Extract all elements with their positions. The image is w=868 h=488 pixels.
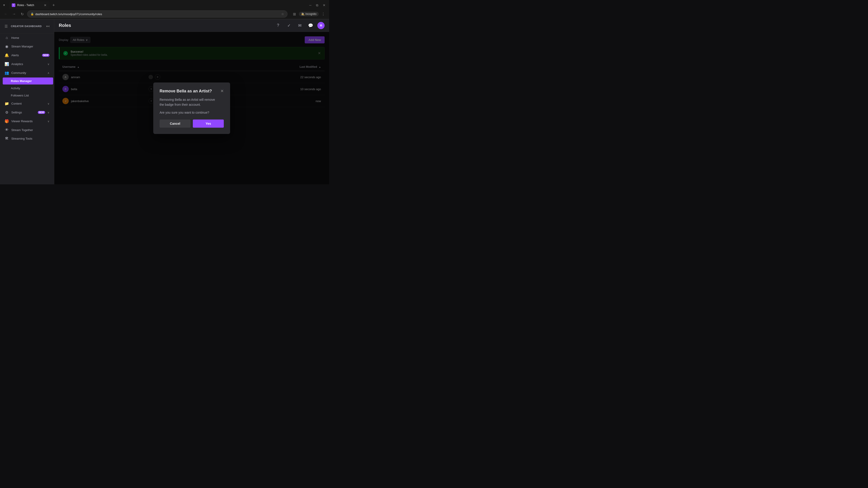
modal-overlay[interactable]: Remove Bella as an Artist? ✕ Removing Be…	[54, 32, 329, 184]
content-area: Display All Roles ∨ Add New ✓ Success! S…	[54, 32, 329, 184]
sidebar-item-stream-manager[interactable]: ◉ Stream Manager	[1, 42, 53, 51]
tab-bar: ▼ T Roles - Twitch ✕ + ─ ⧉ ✕	[0, 0, 329, 9]
browser-actions: ⊞ 🕵 Incognito ⋮	[291, 11, 327, 17]
extensions-btn[interactable]: ⊞	[291, 11, 298, 17]
checkmark-btn[interactable]: ✓	[285, 22, 293, 30]
analytics-expand-icon: ∨	[48, 63, 50, 66]
modal-actions: Cancel Yes	[160, 120, 224, 128]
analytics-icon: 📊	[4, 62, 9, 66]
modal-close-btn[interactable]: ✕	[220, 89, 224, 93]
roles-manager-label: Roles Manager	[11, 79, 32, 83]
collapse-sidebar-btn[interactable]: ↤	[45, 23, 51, 30]
help-btn[interactable]: ?	[274, 22, 282, 30]
incognito-badge: 🕵 Incognito	[299, 12, 319, 16]
sidebar-label-viewer-rewards: Viewer Rewards	[11, 120, 45, 123]
reload-btn[interactable]: ↻	[19, 11, 25, 17]
app-layout: ☰ CREATOR DASHBOARD ↤ ⌂ Home ◉ Stream Ma…	[0, 19, 329, 184]
viewer-rewards-expand-icon: ∨	[48, 120, 50, 123]
modal-body: Removing Bella as an Artist will remove …	[160, 97, 224, 115]
confirm-dialog: Remove Bella as an Artist? ✕ Removing Be…	[153, 83, 230, 134]
sidebar-item-streaming-tools[interactable]: 🛠 Streaming Tools	[1, 134, 53, 142]
sidebar-item-analytics[interactable]: 📊 Analytics ∨	[1, 60, 53, 68]
sidebar-label-analytics: Analytics	[11, 62, 45, 66]
community-expand-icon: ∧	[48, 71, 50, 74]
tab-favicon: T	[12, 3, 16, 7]
lock-icon: 🔒	[31, 12, 34, 15]
menu-btn[interactable]: ⋮	[320, 11, 327, 17]
close-btn[interactable]: ✕	[321, 2, 327, 8]
sidebar: ☰ CREATOR DASHBOARD ↤ ⌂ Home ◉ Stream Ma…	[0, 19, 54, 184]
sidebar-label-streaming-tools: Streaming Tools	[11, 137, 50, 140]
sidebar-label-stream-manager: Stream Manager	[11, 45, 50, 48]
confirm-yes-button[interactable]: Yes	[193, 120, 224, 128]
sidebar-subitem-roles-manager[interactable]: Roles Manager	[3, 77, 53, 85]
top-bar: Roles ? ✓ ✉ 💬 M	[54, 19, 329, 32]
window-controls: ─ ⧉ ✕	[307, 2, 327, 8]
alerts-badge: NEW	[42, 54, 50, 57]
incognito-label: Incognito	[305, 12, 316, 15]
url-bar[interactable]: 🔒 dashboard.twitch.tv/u/moodjoy071/commu…	[27, 10, 287, 18]
new-tab-btn[interactable]: +	[51, 2, 57, 8]
stream-manager-icon: ◉	[4, 44, 9, 48]
forward-btn[interactable]: →	[11, 11, 17, 17]
settings-icon: ⚙	[4, 110, 9, 115]
hamburger-btn[interactable]: ☰	[4, 23, 8, 29]
active-tab[interactable]: T Roles - Twitch ✕	[9, 1, 50, 9]
minimize-btn[interactable]: ─	[307, 2, 313, 8]
modal-question: Are you sure you want to continue?	[160, 110, 224, 115]
incognito-icon: 🕵	[301, 12, 305, 15]
tab-title: Roles - Twitch	[17, 4, 41, 7]
modal-header: Remove Bella as an Artist? ✕	[160, 89, 224, 94]
sidebar-header: ☰ CREATOR DASHBOARD ↤	[0, 19, 54, 33]
home-icon: ⌂	[4, 36, 9, 40]
sidebar-item-community[interactable]: 👥 Community ∧	[1, 69, 53, 77]
back-btn[interactable]: ←	[3, 11, 9, 17]
modal-title: Remove Bella as an Artist?	[160, 89, 212, 94]
modal-body-line1: Removing Bella as an Artist will remove	[160, 97, 224, 102]
sidebar-label-alerts: Alerts	[11, 54, 40, 57]
browser-chrome: ▼ T Roles - Twitch ✕ + ─ ⧉ ✕ ← → ↻ 🔒 das…	[0, 0, 329, 19]
mail-btn[interactable]: ✉	[296, 22, 304, 30]
settings-expand-icon: ∨	[48, 111, 50, 114]
main-content: Roles ? ✓ ✉ 💬 M Display All Roles ∨	[54, 19, 329, 184]
chat-btn[interactable]: 💬	[307, 22, 315, 30]
community-subitems: Roles Manager Activity Followers List	[0, 77, 54, 99]
star-icon[interactable]: ☆	[281, 12, 284, 16]
content-expand-icon: ∨	[48, 102, 50, 105]
page-title: Roles	[59, 23, 71, 28]
modal-body-line2: the badge from their account.	[160, 102, 224, 107]
cancel-button[interactable]: Cancel	[160, 120, 191, 128]
maximize-btn[interactable]: ⧉	[314, 2, 320, 8]
stream-together-icon: 👁	[4, 128, 9, 132]
sidebar-item-home[interactable]: ⌂ Home	[1, 34, 53, 42]
community-icon: 👥	[4, 71, 9, 75]
sidebar-item-stream-together[interactable]: 👁 Stream Together	[1, 126, 53, 134]
sidebar-item-viewer-rewards[interactable]: 🎁 Viewer Rewards ∨	[1, 117, 53, 125]
streaming-tools-icon: 🛠	[4, 136, 9, 140]
viewer-rewards-icon: 🎁	[4, 119, 9, 123]
activity-label: Activity	[11, 87, 20, 90]
alerts-icon: 🔔	[4, 53, 9, 57]
url-text: dashboard.twitch.tv/u/moodjoy071/communi…	[35, 12, 102, 16]
tab-dropdown-btn[interactable]: ▼	[2, 3, 6, 7]
creator-dashboard-label: CREATOR DASHBOARD	[11, 25, 41, 28]
top-bar-actions: ? ✓ ✉ 💬 M	[274, 22, 324, 30]
content-icon: 📁	[4, 101, 9, 106]
sidebar-label-community: Community	[11, 71, 45, 74]
sidebar-subitem-activity[interactable]: Activity	[3, 85, 53, 92]
sidebar-subitem-followers-list[interactable]: Followers List	[3, 92, 53, 99]
sidebar-label-home: Home	[11, 36, 50, 39]
top-bar-left: Roles	[59, 23, 71, 28]
sidebar-item-alerts[interactable]: 🔔 Alerts NEW	[1, 51, 53, 59]
sidebar-label-content: Content	[11, 102, 45, 105]
user-avatar[interactable]: M	[317, 22, 324, 29]
sidebar-header-left: ☰ CREATOR DASHBOARD	[4, 23, 41, 29]
sidebar-label-settings: Settings	[11, 111, 35, 114]
followers-list-label: Followers List	[11, 94, 29, 97]
sidebar-item-content[interactable]: 📁 Content ∨	[1, 99, 53, 108]
sidebar-label-stream-together: Stream Together	[11, 128, 50, 132]
settings-badge: NEW	[38, 111, 45, 114]
address-bar: ← → ↻ 🔒 dashboard.twitch.tv/u/moodjoy071…	[0, 9, 329, 19]
sidebar-item-settings[interactable]: ⚙ Settings NEW ∨	[1, 108, 53, 117]
tab-close-btn[interactable]: ✕	[43, 4, 47, 7]
